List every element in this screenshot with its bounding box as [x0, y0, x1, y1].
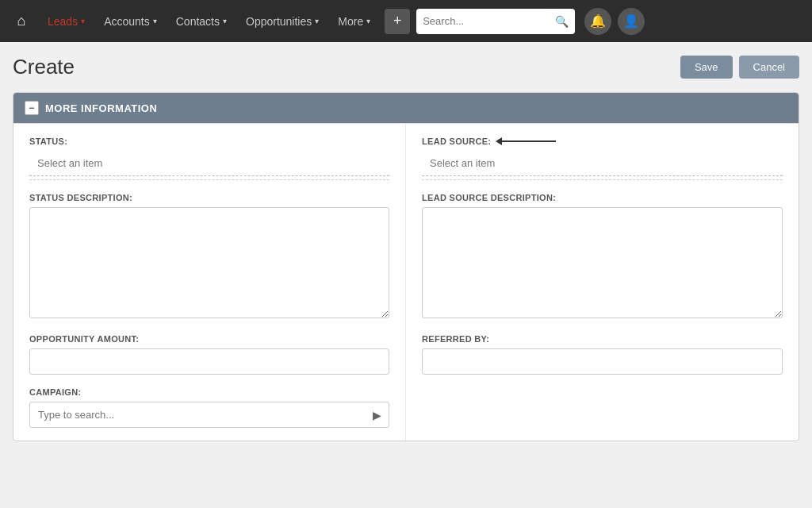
campaign-wrapper: ▶: [29, 402, 389, 428]
collapse-button[interactable]: −: [25, 101, 39, 115]
nav-more[interactable]: More ▾: [330, 10, 378, 33]
lead-source-field-group: LEAD SOURCE: Select an item: [422, 137, 783, 180]
right-column: LEAD SOURCE: Select an item LEAD SOURCE …: [406, 124, 799, 441]
lead-source-description-textarea[interactable]: [422, 207, 783, 318]
status-description-textarea[interactable]: [29, 207, 389, 318]
nav-leads-label: Leads: [48, 15, 78, 28]
user-avatar-button[interactable]: 👤: [618, 8, 645, 35]
contacts-caret-icon: ▾: [223, 17, 227, 25]
page-title: Create: [13, 55, 75, 79]
search-input[interactable]: [423, 15, 550, 27]
form-grid: STATUS: Select an item STATUS DESCRIPTIO…: [13, 123, 799, 441]
nav-leads[interactable]: Leads ▾: [40, 10, 93, 33]
add-button[interactable]: +: [385, 9, 410, 34]
bell-icon: 🔔: [590, 13, 606, 29]
lead-source-description-field-group: LEAD SOURCE DESCRIPTION:: [422, 193, 783, 321]
save-button[interactable]: Save: [680, 56, 733, 79]
avatar-icon: 👤: [623, 13, 639, 29]
section-header[interactable]: − MORE INFORMATION: [13, 93, 799, 123]
section-body: STATUS: Select an item STATUS DESCRIPTIO…: [13, 123, 799, 441]
cancel-button[interactable]: Cancel: [739, 56, 799, 79]
status-label: STATUS:: [29, 137, 389, 146]
opportunity-amount-label: OPPORTUNITY AMOUNT:: [29, 334, 389, 344]
campaign-field-group: CAMPAIGN: ▶: [29, 387, 389, 428]
left-column: STATUS: Select an item STATUS DESCRIPTIO…: [13, 124, 406, 441]
notifications-button[interactable]: 🔔: [584, 8, 611, 35]
opportunities-caret-icon: ▾: [315, 17, 319, 25]
status-description-field-group: STATUS DESCRIPTION:: [29, 193, 389, 321]
section-title: MORE INFORMATION: [45, 102, 157, 114]
campaign-label: CAMPAIGN:: [29, 387, 389, 397]
campaign-input[interactable]: [29, 402, 389, 428]
home-button[interactable]: ⌂: [6, 6, 36, 37]
navbar: ⌂ Leads ▾ Accounts ▾ Contacts ▾ Opportun…: [0, 0, 812, 42]
nav-contacts-label: Contacts: [176, 15, 220, 28]
lead-source-arrow-icon: [500, 140, 556, 142]
opportunity-amount-field-group: OPPORTUNITY AMOUNT:: [29, 334, 389, 375]
opportunity-amount-input[interactable]: [29, 348, 389, 375]
more-information-section: − MORE INFORMATION STATUS: Select an ite…: [13, 92, 799, 441]
nav-accounts[interactable]: Accounts ▾: [96, 10, 165, 33]
nav-more-label: More: [338, 15, 363, 28]
referred-by-field-group: REFERRED BY:: [422, 334, 783, 375]
lead-source-label: LEAD SOURCE:: [422, 137, 783, 146]
referred-by-input[interactable]: [422, 348, 783, 375]
more-caret-icon: ▾: [366, 17, 370, 25]
status-select[interactable]: Select an item: [29, 151, 389, 176]
header-buttons: Save Cancel: [680, 56, 799, 79]
nav-contacts[interactable]: Contacts ▾: [168, 10, 235, 33]
status-field-group: STATUS: Select an item: [29, 137, 389, 180]
search-icon: 🔍: [555, 15, 569, 28]
leads-caret-icon: ▾: [81, 17, 85, 25]
search-box: 🔍: [416, 9, 575, 34]
nav-actions: 🔔 👤: [584, 8, 645, 35]
page-content: Create Save Cancel − MORE INFORMATION ST…: [0, 42, 812, 508]
referred-by-label: REFERRED BY:: [422, 334, 783, 344]
nav-accounts-label: Accounts: [104, 15, 150, 28]
lead-source-description-label: LEAD SOURCE DESCRIPTION:: [422, 193, 783, 202]
nav-opportunities-label: Opportunities: [246, 15, 312, 28]
accounts-caret-icon: ▾: [153, 17, 157, 25]
nav-opportunities[interactable]: Opportunities ▾: [238, 10, 327, 33]
page-header: Create Save Cancel: [13, 55, 799, 79]
status-description-label: STATUS DESCRIPTION:: [29, 193, 389, 202]
lead-source-select[interactable]: Select an item: [422, 151, 783, 176]
